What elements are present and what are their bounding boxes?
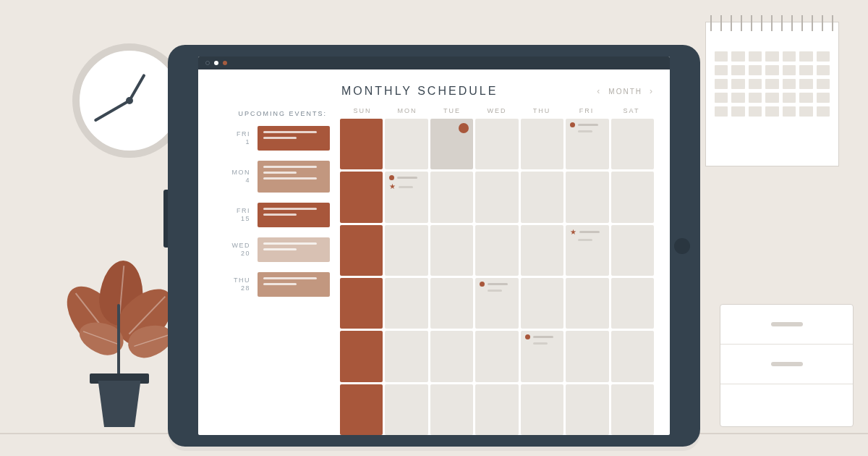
event-card[interactable]	[258, 237, 330, 262]
calendar-cell[interactable]	[340, 331, 383, 381]
view-switcher[interactable]: ‹ MONTH ›	[597, 86, 654, 96]
window-titlebar	[198, 56, 670, 69]
potted-plant	[58, 261, 181, 427]
calendar-cell[interactable]	[566, 119, 608, 169]
event-date: MON 4	[226, 169, 250, 185]
event-date: FRI 15	[226, 207, 250, 224]
calendar-cell[interactable]	[340, 172, 383, 222]
day-label: SAT	[609, 107, 654, 114]
tablet-side-button	[163, 190, 168, 248]
event-star-icon: ★	[570, 229, 576, 236]
upcoming-event[interactable]: FRI 15	[211, 203, 330, 227]
upcoming-panel: UPCOMING EVENTS: FRI 1 MON 4	[211, 107, 330, 435]
calendar-cell[interactable]	[385, 384, 427, 435]
day-label: SUN	[340, 107, 385, 114]
calendar-cell[interactable]	[430, 384, 473, 435]
window-dot-max-icon[interactable]	[223, 61, 227, 65]
calendar-cell[interactable]	[566, 384, 608, 435]
calendar-cell[interactable]	[611, 119, 654, 169]
calendar-cell[interactable]	[340, 278, 383, 329]
event-dot-icon	[480, 282, 485, 287]
side-table	[720, 304, 854, 427]
day-labels: SUN MON TUE WED THU FRI SAT	[340, 107, 654, 114]
tablet-device: MONTHLY SCHEDULE ‹ MONTH › UPCOMING EVEN…	[168, 45, 700, 447]
calendar-cell[interactable]	[430, 172, 473, 222]
event-dot-icon	[525, 334, 530, 339]
calendar-cell[interactable]	[611, 225, 654, 276]
calendar-grid: ★★	[340, 119, 654, 435]
event-date: WED 20	[226, 242, 250, 258]
event-star-icon: ★	[389, 183, 396, 190]
window-dot-min-icon[interactable]	[214, 61, 218, 65]
window-dot-close-icon[interactable]	[205, 61, 210, 65]
day-label: TUE	[430, 107, 475, 114]
calendar-cell[interactable]	[475, 331, 518, 381]
event-dot-icon	[389, 175, 394, 180]
calendar-cell[interactable]	[521, 384, 563, 435]
calendar-cell[interactable]	[566, 331, 608, 381]
calendar: SUN MON TUE WED THU FRI SAT ★★	[340, 107, 654, 435]
calendar-cell[interactable]	[385, 331, 427, 381]
wall-calendar	[705, 22, 839, 166]
calendar-cell[interactable]	[475, 172, 518, 222]
tablet-screen: MONTHLY SCHEDULE ‹ MONTH › UPCOMING EVEN…	[198, 56, 670, 435]
upcoming-title: UPCOMING EVENTS:	[211, 110, 330, 117]
event-card[interactable]	[258, 161, 330, 193]
event-card[interactable]	[258, 272, 330, 297]
calendar-cell[interactable]	[475, 119, 518, 169]
calendar-cell[interactable]	[521, 119, 563, 169]
calendar-cell[interactable]	[385, 119, 427, 169]
event-date: THU 28	[226, 276, 250, 293]
calendar-cell[interactable]	[521, 331, 563, 381]
calendar-cell[interactable]	[566, 278, 608, 329]
event-card[interactable]	[258, 126, 330, 151]
tablet-home-button[interactable]	[674, 238, 690, 254]
day-label: FRI	[564, 107, 609, 114]
calendar-cell[interactable]	[430, 278, 473, 329]
calendar-cell[interactable]: ★	[385, 172, 427, 222]
chevron-left-icon[interactable]: ‹	[597, 86, 601, 96]
event-date: FRI 1	[226, 130, 250, 147]
calendar-cell[interactable]	[475, 225, 518, 276]
calendar-cell[interactable]	[340, 225, 383, 276]
calendar-cell[interactable]	[430, 225, 473, 276]
upcoming-event[interactable]: WED 20	[211, 237, 330, 262]
calendar-cell[interactable]	[430, 119, 473, 169]
event-card[interactable]	[258, 203, 330, 227]
calendar-cell[interactable]	[566, 172, 608, 222]
event-dot-icon	[570, 122, 575, 127]
calendar-cell[interactable]	[385, 278, 427, 329]
upcoming-event[interactable]: FRI 1	[211, 126, 330, 151]
calendar-cell[interactable]	[430, 331, 473, 381]
calendar-cell[interactable]	[611, 331, 654, 381]
calendar-cell[interactable]	[385, 225, 427, 276]
calendar-cell[interactable]	[340, 384, 383, 435]
calendar-cell[interactable]	[340, 119, 383, 169]
calendar-cell[interactable]	[475, 278, 518, 329]
upcoming-event[interactable]: MON 4	[211, 161, 330, 193]
calendar-cell[interactable]	[475, 384, 518, 435]
event-dot-icon	[459, 123, 469, 133]
calendar-cell[interactable]	[521, 225, 563, 276]
day-label: THU	[519, 107, 564, 114]
day-label: MON	[385, 107, 430, 114]
calendar-cell[interactable]	[521, 172, 563, 222]
calendar-cell[interactable]	[611, 172, 654, 222]
upcoming-event[interactable]: THU 28	[211, 272, 330, 297]
view-label: MONTH	[608, 88, 642, 96]
page-title: MONTHLY SCHEDULE	[341, 85, 498, 98]
calendar-cell[interactable]	[521, 278, 563, 329]
calendar-cell[interactable]: ★	[566, 225, 608, 276]
day-label: WED	[475, 107, 519, 114]
calendar-cell[interactable]	[611, 384, 654, 435]
calendar-cell[interactable]	[611, 278, 654, 329]
chevron-right-icon[interactable]: ›	[650, 86, 654, 96]
